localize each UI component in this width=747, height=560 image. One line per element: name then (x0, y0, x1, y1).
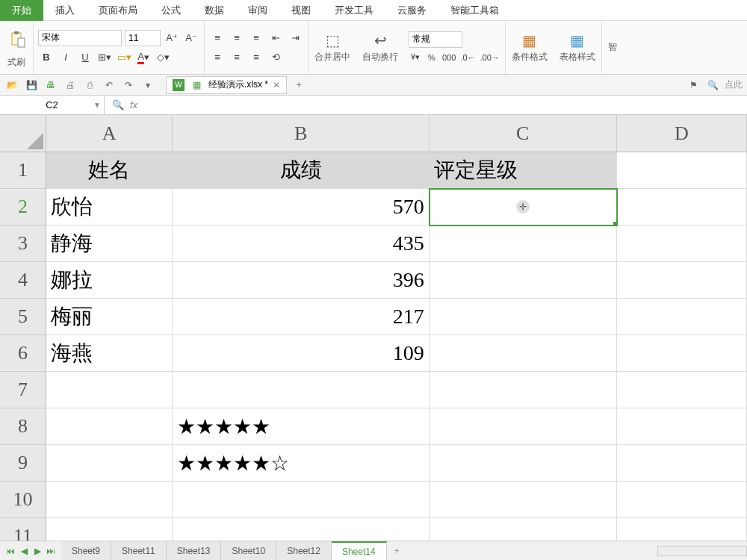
cell-D9[interactable] (617, 445, 747, 482)
cell-D5[interactable] (617, 299, 747, 335)
cell-D4[interactable] (617, 262, 747, 299)
underline-icon[interactable]: U (77, 49, 93, 66)
cell-D2[interactable] (617, 189, 747, 225)
cell-B4[interactable]: 396 (173, 262, 430, 299)
font-size-select[interactable] (125, 30, 161, 46)
sheet-tab-Sheet11[interactable]: Sheet11 (111, 541, 167, 560)
number-format-select[interactable] (409, 31, 462, 48)
save-icon[interactable]: 💾 (24, 78, 39, 93)
cell-C4[interactable] (430, 262, 617, 299)
font-color-icon[interactable]: A▾ (135, 49, 152, 66)
row-header-6[interactable]: 6 (0, 335, 46, 372)
row-header-1[interactable]: 1 (0, 152, 46, 189)
cell-B5[interactable]: 217 (173, 299, 430, 335)
flag-icon[interactable]: ⚑ (686, 78, 701, 93)
cell-A4[interactable]: 娜拉 (46, 262, 173, 299)
col-header-A[interactable]: A (46, 115, 173, 152)
align-right-icon[interactable]: ≡ (248, 49, 264, 66)
menu-item-9[interactable]: 智能工具箱 (438, 0, 511, 21)
align-left-icon[interactable]: ≡ (209, 49, 226, 66)
print-icon[interactable]: 🖨 (63, 78, 78, 93)
open-icon[interactable]: 📂 (4, 78, 19, 93)
row-header-10[interactable]: 10 (0, 482, 46, 518)
row-header-4[interactable]: 4 (0, 262, 46, 299)
orientation-icon[interactable]: ⟲ (267, 49, 284, 66)
formula-input[interactable] (145, 96, 747, 114)
col-header-B[interactable]: B (173, 115, 430, 152)
fill-color-icon[interactable]: ▭▾ (116, 49, 132, 66)
cell-C7[interactable] (430, 372, 617, 408)
font-name-select[interactable] (38, 30, 122, 46)
row-header-5[interactable]: 5 (0, 299, 46, 335)
merge-center-button[interactable]: ⬚ 合并居中 (309, 21, 356, 74)
menu-item-2[interactable]: 页面布局 (87, 0, 149, 21)
cell-A3[interactable]: 静海 (46, 225, 173, 262)
cell-D10[interactable] (617, 482, 747, 518)
increase-font-icon[interactable]: A⁺ (164, 30, 180, 46)
align-middle-icon[interactable]: ≡ (229, 30, 245, 46)
increase-decimal-icon[interactable]: .00→ (480, 51, 500, 64)
indent-decrease-icon[interactable]: ⇤ (267, 30, 284, 46)
sheet-tab-Sheet9[interactable]: Sheet9 (61, 541, 111, 560)
cancel-formula-icon[interactable]: 🔍 (112, 99, 124, 111)
row-header-9[interactable]: 9 (0, 445, 46, 482)
cell-C1[interactable]: 评定星级 (430, 152, 617, 189)
cell-B8[interactable]: ★★★★★ (173, 408, 430, 445)
cell-D3[interactable] (617, 225, 747, 262)
cell-C11[interactable] (430, 518, 617, 541)
menu-item-0[interactable]: 开始 (0, 0, 43, 21)
cell-A2[interactable]: 欣怡 (46, 189, 173, 225)
sheet-tab-Sheet14[interactable]: Sheet14 (332, 541, 387, 560)
menu-item-8[interactable]: 云服务 (385, 0, 438, 21)
print-preview-icon[interactable]: 🖶 (43, 78, 58, 93)
sheet-nav-first-icon[interactable]: ⏮ (4, 545, 16, 557)
menu-item-6[interactable]: 视图 (279, 0, 323, 21)
row-header-7[interactable]: 7 (0, 372, 46, 408)
close-tab-icon[interactable]: ✕ (273, 80, 280, 90)
cell-D6[interactable] (617, 335, 747, 372)
align-center-icon[interactable]: ≡ (229, 49, 245, 66)
menu-item-1[interactable]: 插入 (43, 0, 87, 21)
cell-C5[interactable] (430, 299, 617, 335)
menu-item-4[interactable]: 数据 (193, 0, 236, 21)
sheet-nav-next-icon[interactable]: ▶ (31, 545, 43, 557)
sheet-tab-Sheet13[interactable]: Sheet13 (167, 541, 222, 560)
table-style-button[interactable]: ▦ 表格样式 (554, 21, 601, 74)
paste-button[interactable] (7, 26, 28, 53)
conditional-format-button[interactable]: ▦ 条件格式 (506, 21, 554, 74)
cell-A9[interactable] (46, 445, 173, 482)
col-header-C[interactable]: C (430, 115, 617, 152)
cell-B10[interactable] (173, 482, 430, 518)
cell-C9[interactable] (430, 445, 617, 482)
cell-A7[interactable] (46, 372, 173, 408)
redo-icon[interactable]: ↷ (121, 78, 136, 93)
col-header-D[interactable]: D (617, 115, 747, 152)
cell-A8[interactable] (46, 408, 173, 445)
align-top-icon[interactable]: ≡ (209, 30, 226, 46)
row-header-2[interactable]: 2 (0, 189, 46, 225)
dropdown-icon[interactable]: ▾ (140, 78, 155, 93)
add-sheet-icon[interactable]: ＋ (387, 544, 406, 557)
cell-C10[interactable] (430, 482, 617, 518)
cell-B6[interactable]: 109 (173, 335, 430, 372)
cell-A10[interactable] (46, 482, 173, 518)
borders-icon[interactable]: ⊞▾ (96, 49, 113, 66)
indent-increase-icon[interactable]: ⇥ (287, 30, 303, 46)
select-all-corner[interactable] (0, 115, 46, 152)
align-bottom-icon[interactable]: ≡ (248, 30, 264, 46)
fx-icon[interactable]: fx (130, 99, 137, 111)
undo-icon[interactable]: ↶ (102, 78, 117, 93)
cell-B2[interactable]: 570 (173, 189, 430, 225)
search-icon[interactable]: 🔍 (705, 78, 720, 93)
sheet-nav-prev-icon[interactable]: ◀ (18, 545, 30, 557)
search-hint[interactable]: 点此 (725, 78, 743, 91)
clear-format-icon[interactable]: ◇▾ (155, 49, 171, 66)
cell-A5[interactable]: 梅丽 (46, 299, 173, 335)
comma-icon[interactable]: 000 (441, 51, 456, 64)
decrease-decimal-icon[interactable]: .0← (459, 51, 476, 64)
cell-B3[interactable]: 435 (173, 225, 430, 262)
currency-icon[interactable]: ¥▾ (409, 51, 422, 64)
row-header-11[interactable]: 11 (0, 518, 46, 541)
cell-B9[interactable]: ★★★★★☆ (173, 445, 430, 482)
cell-C3[interactable] (430, 225, 617, 262)
